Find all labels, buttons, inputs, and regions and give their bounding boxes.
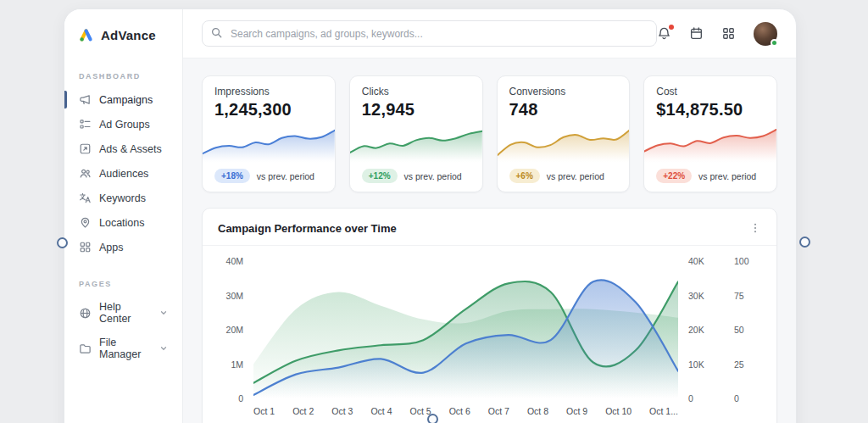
sidebar-item-help-center[interactable]: Help Center <box>64 295 182 331</box>
globe-icon <box>79 307 92 320</box>
section-label-pages: PAGES <box>64 271 182 295</box>
sidebar-item-label: Help Center <box>99 301 152 325</box>
stat-label: Clicks <box>362 86 470 97</box>
axis-tick: 40K <box>688 256 724 266</box>
axis-tick: 0 <box>214 393 243 404</box>
change-badge: +6% <box>509 169 540 183</box>
sidebar-item-label: Campaigns <box>99 94 153 106</box>
stat-card-clicks[interactable]: Clicks 12,945 +12% vs prev. period <box>349 75 483 192</box>
edge-handle-left[interactable] <box>57 237 68 248</box>
comparison-note: vs prev. period <box>698 171 756 181</box>
axis-tick: 0 <box>734 393 761 404</box>
axis-tick: 50 <box>734 325 761 335</box>
edge-handle-bottom[interactable] <box>427 414 438 423</box>
sidebar-item-ad-groups[interactable]: Ad Groups <box>64 112 182 136</box>
chart-header: Campaign Performance over Time <box>203 209 776 246</box>
clicks-sparkline <box>350 124 482 163</box>
stat-footer: +12% vs prev. period <box>362 169 470 183</box>
axis-tick: 40M <box>214 256 243 266</box>
stats-row: Impressions 1,245,300 +18% vs prev. peri… <box>202 75 777 192</box>
change-badge: +22% <box>656 169 692 183</box>
search-icon <box>210 26 223 42</box>
stat-value: 12,945 <box>362 100 470 120</box>
x-tick: Oct 4 <box>370 406 392 416</box>
sidebar-item-ads-assets[interactable]: Ads & Assets <box>64 136 182 161</box>
sidebar: AdVance DASHBOARD Campaigns <box>64 9 183 423</box>
right-y-axis-percent: 100 75 50 25 0 <box>734 256 761 404</box>
main-chart <box>253 261 678 398</box>
stat-card-cost[interactable]: Cost $14,875.50 +22% vs prev. period <box>643 75 777 192</box>
x-tick: Oct 6 <box>449 406 470 416</box>
change-badge: +12% <box>362 169 398 183</box>
sidebar-item-label: Keywords <box>99 192 146 204</box>
edge-handle-right[interactable] <box>799 237 810 248</box>
x-tick: Oct 7 <box>488 406 509 416</box>
x-tick: Oct 1... <box>649 406 678 416</box>
axis-tick: 10K <box>688 359 724 370</box>
axis-tick: 0 <box>688 393 724 404</box>
app-logo[interactable]: AdVance <box>64 9 182 64</box>
sidebar-item-label: Audiences <box>99 168 148 180</box>
chart-body: 40M 30M 20M 1M 0 40K 30K 20K 10K <box>203 246 776 423</box>
stat-card-conversions[interactable]: Conversions 748 +6% vs prev. period <box>497 75 631 192</box>
stat-label: Cost <box>656 86 765 97</box>
search-input[interactable] <box>202 20 657 47</box>
online-status-dot <box>771 39 778 47</box>
stat-card-impressions[interactable]: Impressions 1,245,300 +18% vs prev. peri… <box>202 75 336 192</box>
chevron-down-icon <box>159 344 168 353</box>
axis-tick: 75 <box>734 291 761 301</box>
chart-title: Campaign Performance over Time <box>218 222 397 235</box>
axis-tick: 30K <box>688 291 724 301</box>
x-tick: Oct 2 <box>292 406 314 416</box>
sidebar-item-locations[interactable]: Locations <box>64 210 182 235</box>
x-axis-labels: Oct 1 Oct 2 Oct 3 Oct 4 Oct 5 Oct 6 Oct … <box>253 398 678 423</box>
folder-icon <box>79 342 92 355</box>
left-y-axis: 40M 30M 20M 1M 0 <box>214 256 243 404</box>
change-badge: +18% <box>214 169 250 183</box>
keywords-icon <box>79 192 92 204</box>
axis-tick: 25 <box>734 359 761 370</box>
sidebar-item-campaigns[interactable]: Campaigns <box>64 87 182 112</box>
stat-value: 1,245,300 <box>214 100 323 120</box>
stat-label: Impressions <box>214 86 323 97</box>
audiences-icon <box>79 167 92 180</box>
x-tick: Oct 10 <box>605 406 632 416</box>
axis-tick: 30M <box>214 291 243 301</box>
sidebar-item-audiences[interactable]: Audiences <box>64 161 182 186</box>
location-pin-icon <box>79 216 92 229</box>
apps-grid-icon <box>79 241 92 253</box>
sidebar-item-label: Ad Groups <box>99 119 150 131</box>
stat-value: $14,875.50 <box>656 100 765 120</box>
kebab-menu-icon[interactable] <box>748 220 763 236</box>
ad-groups-icon <box>79 118 92 131</box>
x-tick: Oct 3 <box>331 406 353 416</box>
stat-value: 748 <box>509 100 618 120</box>
calendar-icon[interactable] <box>689 26 704 41</box>
x-tick: Oct 1 <box>253 406 275 416</box>
sidebar-item-label: Locations <box>99 217 145 229</box>
axis-tick: 20K <box>688 325 724 335</box>
sidebar-item-apps[interactable]: Apps <box>64 235 182 259</box>
x-tick: Oct 9 <box>566 406 587 416</box>
megaphone-icon <box>79 93 92 106</box>
axis-tick: 100 <box>734 256 761 266</box>
notification-dot <box>669 25 674 30</box>
comparison-note: vs prev. period <box>257 171 314 181</box>
right-y-axis-thousands: 40K 30K 20K 10K 0 <box>688 256 724 404</box>
comparison-note: vs prev. period <box>404 171 462 181</box>
advance-logo-icon <box>78 26 95 43</box>
chevron-down-icon <box>159 309 168 317</box>
topbar <box>183 9 796 58</box>
comparison-note: vs prev. period <box>547 171 604 181</box>
app-window: AdVance DASHBOARD Campaigns <box>64 8 797 423</box>
avatar[interactable] <box>754 22 777 46</box>
sidebar-item-keywords[interactable]: Keywords <box>64 186 182 210</box>
bell-icon[interactable] <box>657 26 671 41</box>
impressions-sparkline <box>203 124 335 163</box>
app-name: AdVance <box>101 28 156 42</box>
axis-tick: 20M <box>214 325 243 335</box>
search-box <box>202 20 657 47</box>
sidebar-item-file-manager[interactable]: File Manager <box>64 331 182 366</box>
apps-grid-icon[interactable] <box>721 26 736 41</box>
sidebar-item-label: File Manager <box>99 337 152 360</box>
